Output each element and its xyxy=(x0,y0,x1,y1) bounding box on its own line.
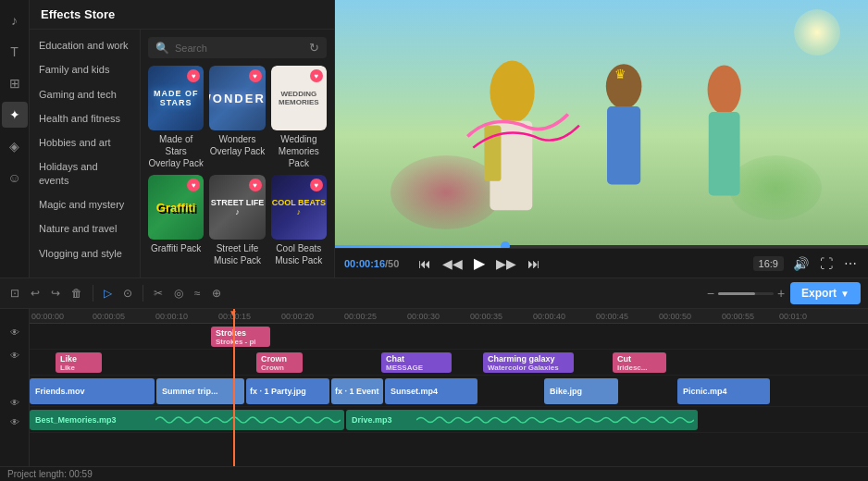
video-scene: ♛ xyxy=(335,0,868,248)
zoom-bar[interactable] xyxy=(718,292,774,295)
cut-button[interactable]: ✂ xyxy=(151,284,166,302)
time-ruler: 00:00:00 00:00:05 00:00:10 00:00:15 00:0… xyxy=(30,309,868,324)
time-display: 00:00:16/50 xyxy=(344,258,409,269)
fav-badge-wedding: ♥ xyxy=(310,69,323,82)
svg-rect-4 xyxy=(607,106,640,184)
fullscreen-button[interactable]: ⛶ xyxy=(818,254,835,273)
zoom-out-button[interactable]: − xyxy=(707,286,714,301)
toolbar-separator-2 xyxy=(143,285,143,302)
timeline-toolbar: ⊡ ↩ ↪ 🗑 ▷ ⊙ ✂ ◎ ≈ ⊕ − + Export ▼ xyxy=(0,278,868,309)
export-button[interactable]: Export ▼ xyxy=(790,282,861,304)
effect-card-graffiti[interactable]: Graffiti ♥ Graffiti Pack xyxy=(148,175,204,266)
aspect-ratio-selector[interactable]: 16:9 xyxy=(753,256,784,271)
clip-strokes[interactable]: Strokes Strokes - pi xyxy=(211,327,270,347)
timeline-content: 👁 👁 👁 👁 00:00:00 00:00:05 00:00:10 00:00… xyxy=(0,309,868,466)
music-nav-icon[interactable]: ♪ xyxy=(2,7,28,33)
category-hobbies[interactable]: Hobbies and art xyxy=(30,130,140,154)
effect-card-wonders[interactable]: WONDERS ♥ Wonders Overlay Pack xyxy=(209,66,265,169)
category-education[interactable]: Education and work xyxy=(30,33,140,57)
category-vlogging[interactable]: Vlogging and style xyxy=(30,241,140,265)
category-magic[interactable]: Magic and mystery xyxy=(30,192,140,216)
ruler-mark-6: 00:00:30 xyxy=(407,312,440,321)
effects-panel-title: Effects Store xyxy=(30,0,334,30)
clip-cut[interactable]: Cut Iridesc... xyxy=(613,352,666,373)
zoom-controls: − + xyxy=(707,286,785,301)
video-clip-friends[interactable]: Friends.mov xyxy=(30,378,155,404)
track-lock-icon[interactable]: 👁 xyxy=(10,351,19,361)
ruler-mark-9: 00:00:45 xyxy=(596,312,628,321)
preview-area: ♛ 00:00:16/50 ⏮ ◀◀ xyxy=(335,0,868,278)
effect-card-wedding[interactable]: WEDDINGMEMORIES ♥ Wedding Memories Pack xyxy=(271,66,327,169)
clip-like[interactable]: Like Like xyxy=(56,352,102,373)
track-overlay-1: Strokes Strokes - pi xyxy=(30,324,868,350)
delete-button[interactable]: 🗑 xyxy=(68,284,85,302)
ruler-mark-5: 00:00:25 xyxy=(344,312,377,321)
fav-badge-coolbeats: ♥ xyxy=(310,179,323,191)
zoom-fill xyxy=(718,292,755,295)
rewind-button[interactable]: ◀◀ xyxy=(440,254,465,273)
people-svg: ♛ xyxy=(335,25,868,248)
track-audio-icon[interactable]: 👁 xyxy=(10,398,19,408)
clip-crown[interactable]: Crown Crown xyxy=(256,352,303,373)
effect-label-wonders: Wonders Overlay Pack xyxy=(209,133,265,157)
video-clip-sunset[interactable]: Sunset.mp4 xyxy=(385,378,477,404)
effects-grid: MADE OF STARS ♥ Made of Stars Overlay Pa… xyxy=(148,66,327,266)
category-family[interactable]: Family and kids xyxy=(30,57,140,81)
effects-nav-icon[interactable]: ✦ xyxy=(2,102,28,128)
track-mic-icon[interactable]: 👁 xyxy=(10,417,19,427)
play-pause-button[interactable]: ▶ xyxy=(472,253,487,274)
project-length: Project length: 00:59 xyxy=(0,466,868,481)
redo-button[interactable]: ↪ xyxy=(48,284,63,302)
blend-button[interactable]: ⊕ xyxy=(209,284,224,302)
skip-to-start-button[interactable]: ⏮ xyxy=(416,254,433,273)
playhead[interactable] xyxy=(233,309,235,466)
zoom-in-button[interactable]: + xyxy=(777,286,785,301)
export-dropdown-icon[interactable]: ▼ xyxy=(840,289,849,299)
transition-nav-icon[interactable]: ⊞ xyxy=(2,70,28,96)
total-time: /50 xyxy=(385,258,399,269)
category-health[interactable]: Health and fitness xyxy=(30,106,140,130)
search-input[interactable] xyxy=(175,43,304,54)
video-progress-handle[interactable] xyxy=(501,241,510,248)
skip-to-end-button[interactable]: ⏭ xyxy=(526,254,542,273)
audio-clip-best-memories[interactable]: Best_Memories.mp3 xyxy=(30,410,344,430)
effect-card-made-of-stars[interactable]: MADE OF STARS ♥ Made of Stars Overlay Pa… xyxy=(148,66,204,169)
clip-charming-galaxy[interactable]: Charming galaxy Watercolor Galaxies xyxy=(483,352,574,373)
effect-card-streetlife[interactable]: STREET LIFE♪ ♥ Street Life Music Pack xyxy=(209,175,265,266)
filter-nav-icon[interactable]: ◈ xyxy=(2,133,28,159)
play-mode-button[interactable]: ▷ xyxy=(101,284,115,302)
app-container: ♪ T ⊞ ✦ ◈ ☺ Effects Store Education and … xyxy=(0,0,868,481)
category-nature[interactable]: Nature and travel xyxy=(30,216,140,240)
ruler-mark-1: 00:00:05 xyxy=(93,312,125,321)
waveform-best-memories xyxy=(155,413,341,427)
audio-clip-drive[interactable]: Drive.mp3 xyxy=(346,410,698,430)
undo-button[interactable]: ↩ xyxy=(28,284,43,302)
refresh-icon[interactable]: ↻ xyxy=(309,41,319,55)
video-progress-bg[interactable] xyxy=(335,245,868,248)
category-gaming[interactable]: Gaming and tech xyxy=(30,82,140,106)
video-clip-summer[interactable]: Summer trip... xyxy=(156,378,244,404)
audio-button[interactable]: ≈ xyxy=(192,284,204,302)
fast-forward-button[interactable]: ▶▶ xyxy=(494,254,518,273)
split-tool-button[interactable]: ⊡ xyxy=(7,284,22,302)
category-list: Education and work Family and kids Gamin… xyxy=(30,30,141,278)
video-clip-bike[interactable]: Bike.jpg xyxy=(544,378,618,404)
effect-card-coolbeats[interactable]: COOL BEATS♪ ♥ Cool Beats Music Pack xyxy=(271,175,327,266)
more-options-button[interactable]: ⋯ xyxy=(842,254,859,273)
snapping-button[interactable]: ⊙ xyxy=(120,284,135,302)
video-clip-event[interactable]: fx · 1 Event xyxy=(331,378,383,404)
category-holidays[interactable]: Holidays and events xyxy=(30,154,140,192)
video-clip-picnic[interactable]: Picnic.mp4 xyxy=(677,378,770,404)
waveform-drive xyxy=(416,413,694,427)
marker-button[interactable]: ◎ xyxy=(171,284,186,302)
volume-button[interactable]: 🔊 xyxy=(791,254,811,273)
sticker-nav-icon[interactable]: ☺ xyxy=(2,165,28,191)
effect-label-graffiti: Graffiti Pack xyxy=(148,242,204,254)
video-clip-party[interactable]: fx · 1 Party.jpg xyxy=(246,378,329,404)
track-visibility-icon[interactable]: 👁 xyxy=(10,327,19,338)
text-nav-icon[interactable]: T xyxy=(2,39,28,65)
search-bar[interactable]: 🔍 ↻ xyxy=(148,37,327,58)
clip-chat[interactable]: Chat MESSAGE xyxy=(381,352,452,373)
track-overlay-2: Like Like Crown Crown Chat MESSAGE xyxy=(30,350,868,376)
timeline-area: ⊡ ↩ ↪ 🗑 ▷ ⊙ ✂ ◎ ≈ ⊕ − + Export ▼ xyxy=(0,278,868,481)
